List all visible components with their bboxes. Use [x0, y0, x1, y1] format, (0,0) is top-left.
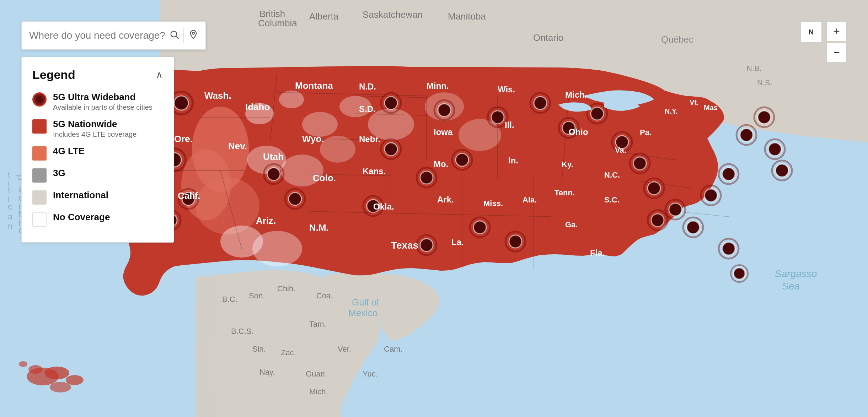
svg-text:Fla.: Fla.	[590, 248, 605, 258]
svg-point-190	[66, 375, 84, 385]
svg-text:a: a	[8, 212, 13, 221]
svg-text:Tam.: Tam.	[309, 320, 326, 329]
svg-text:n: n	[8, 221, 12, 231]
svg-text:Tenn.: Tenn.	[554, 188, 575, 197]
legend-text-intl: International	[53, 190, 108, 201]
svg-point-36	[420, 171, 433, 184]
svg-point-70	[740, 129, 753, 141]
legend-text-lte: 4G LTE	[53, 146, 85, 157]
compass-north: N	[809, 28, 814, 36]
svg-point-86	[734, 268, 745, 279]
svg-text:Mich.: Mich.	[309, 387, 328, 396]
svg-text:Manitoba: Manitoba	[448, 11, 486, 22]
search-icon[interactable]	[169, 29, 179, 42]
svg-text:S.D.: S.D.	[359, 104, 376, 114]
legend-item-3g: 3G	[32, 168, 163, 183]
svg-text:Minn.: Minn.	[427, 81, 449, 91]
svg-text:In.: In.	[508, 156, 518, 165]
legend-label-3g: 3G	[53, 168, 65, 179]
svg-text:Miss.: Miss.	[483, 199, 503, 208]
svg-text:Ontario: Ontario	[533, 32, 563, 43]
svg-point-66	[704, 189, 717, 202]
legend-text-3g: 3G	[53, 168, 65, 179]
svg-text:Nebr.: Nebr.	[359, 134, 380, 144]
svg-text:Ohio: Ohio	[569, 127, 588, 137]
svg-text:Colo.: Colo.	[313, 173, 336, 183]
legend-item-none: No Coverage	[32, 212, 163, 227]
svg-text:Ga.: Ga.	[565, 220, 578, 229]
svg-text:c: c	[8, 202, 12, 211]
svg-text:Mexico: Mexico	[348, 308, 377, 318]
search-divider	[183, 28, 184, 43]
legend-header: Legend ∧	[32, 68, 163, 82]
svg-text:N.Y.: N.Y.	[665, 107, 678, 115]
svg-text:Wash.: Wash.	[204, 90, 231, 101]
legend-sublabel-uw: Available in parts of these cities	[53, 103, 152, 112]
svg-text:Ver.: Ver.	[338, 345, 351, 353]
svg-text:Alberta: Alberta	[309, 11, 339, 22]
svg-text:N.S.: N.S.	[757, 78, 772, 87]
legend-text-uw: 5G Ultra Wideband Available in parts of …	[53, 92, 152, 112]
svg-line-194	[176, 36, 178, 38]
zoom-in-button[interactable]: +	[827, 21, 847, 41]
legend-label-none: No Coverage	[53, 212, 110, 223]
svg-text:Sargasso: Sargasso	[775, 268, 817, 279]
svg-point-48	[534, 97, 547, 109]
legend-icon-uw	[32, 92, 47, 107]
legend-title: Legend	[32, 68, 75, 82]
svg-point-21	[252, 231, 302, 266]
legend-item-lte: 4G LTE	[32, 146, 163, 161]
svg-text:Mich.: Mich.	[565, 90, 587, 99]
svg-text:Yuc.: Yuc.	[363, 369, 378, 378]
svg-point-56	[633, 157, 646, 170]
legend-item-intl: International	[32, 190, 163, 205]
svg-text:B.C.: B.C.	[222, 295, 237, 304]
legend-icon-3g	[32, 168, 47, 183]
svg-point-42	[385, 97, 397, 109]
svg-point-82	[420, 239, 433, 251]
svg-point-30	[267, 168, 280, 180]
map-container: Wash. Ore. Calif. Nev. Idaho Utah Ariz. …	[0, 0, 868, 417]
svg-text:S.C.: S.C.	[604, 195, 620, 204]
svg-point-68	[722, 168, 735, 180]
svg-point-19	[459, 119, 501, 151]
svg-text:Okla.: Okla.	[373, 202, 394, 211]
svg-text:Ariz.: Ariz.	[256, 215, 276, 226]
svg-text:Saskatchewan: Saskatchewan	[363, 9, 423, 20]
svg-text:Utah: Utah	[263, 151, 284, 162]
svg-text:Sin.: Sin.	[252, 345, 266, 353]
svg-text:Nay.: Nay.	[259, 368, 275, 377]
legend-label-lte: 4G LTE	[53, 146, 85, 157]
svg-point-60	[669, 203, 682, 216]
svg-text:N.M.: N.M.	[309, 222, 329, 233]
svg-text:Nev.: Nev.	[228, 141, 247, 151]
svg-text:Sea: Sea	[782, 281, 800, 292]
svg-point-22	[174, 96, 188, 110]
search-input[interactable]	[29, 30, 165, 41]
svg-text:Wis.: Wis.	[498, 85, 515, 94]
legend-item-uw: 5G Ultra Wideband Available in parts of …	[32, 92, 163, 112]
svg-text:Ala.: Ala.	[523, 195, 537, 204]
legend-icon-intl	[32, 190, 47, 205]
svg-text:N.D.: N.D.	[359, 82, 376, 91]
svg-text:Columbia: Columbia	[258, 18, 297, 28]
svg-point-192	[19, 361, 27, 367]
svg-point-9	[195, 178, 259, 234]
svg-point-11	[279, 91, 304, 108]
svg-text:Cam.: Cam.	[384, 345, 403, 353]
legend-icon-nationwide	[32, 119, 47, 134]
legend-panel: Legend ∧ 5G Ultra Wideband Available in …	[21, 57, 174, 243]
svg-text:Mo.: Mo.	[434, 159, 448, 169]
zoom-out-button[interactable]: −	[827, 43, 847, 63]
svg-point-64	[651, 214, 664, 227]
legend-collapse-button[interactable]: ∧	[156, 69, 163, 81]
location-icon[interactable]	[188, 29, 198, 42]
svg-point-72	[758, 111, 771, 124]
svg-point-44	[438, 104, 451, 117]
legend-sublabel-nationwide: Includes 4G LTE coverage	[53, 130, 136, 139]
svg-text:Va.: Va.	[615, 146, 626, 155]
svg-point-195	[192, 32, 194, 34]
svg-text:Son.: Son.	[249, 291, 265, 300]
svg-text:Wyo.: Wyo.	[302, 134, 324, 144]
compass: N	[800, 21, 822, 43]
